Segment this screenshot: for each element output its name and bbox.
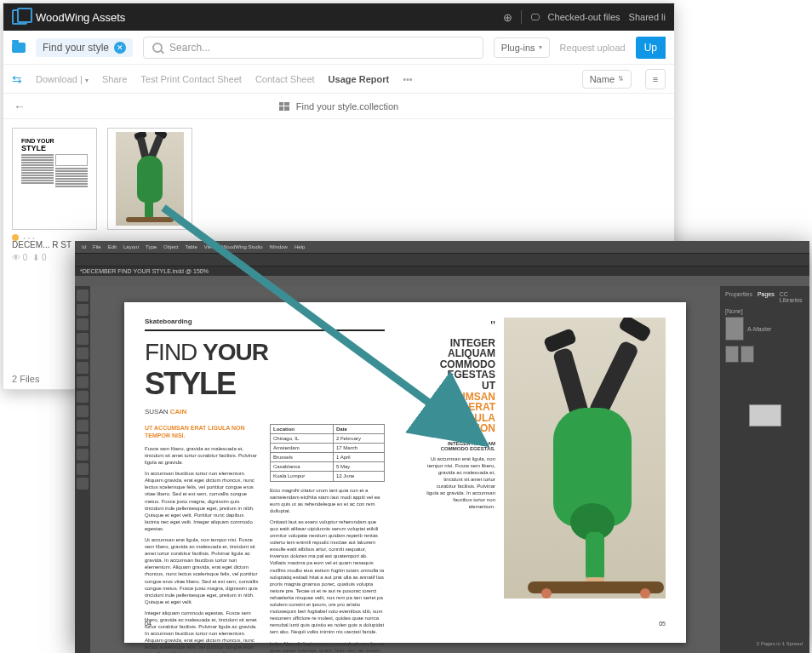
panel-tab[interactable]: CC Libraries: [780, 291, 804, 303]
menu-item[interactable]: Id: [82, 244, 86, 249]
spread: Skateboarding FIND YOUR STYLE SUSAN CAIN…: [124, 302, 686, 643]
ww-searchrow: Find your style ✕ Search... Plug-ins▾ Re…: [3, 31, 674, 65]
menu-item[interactable]: Type: [146, 244, 157, 249]
page-right: " INTEGER ALIQUAM COMMODO EGESTAS UT ACC…: [405, 302, 686, 643]
panel-tab[interactable]: Properties: [725, 291, 752, 303]
author: SUSAN CAIN: [145, 408, 385, 417]
tool-icon[interactable]: [77, 434, 89, 446]
search-input[interactable]: Search...: [143, 37, 483, 59]
section-label: Skateboarding: [145, 318, 385, 331]
body-text: Integer aliquam commodo egestas. Fusce s…: [145, 610, 260, 653]
page-number: 05: [659, 620, 666, 627]
id-menubar: Id File Edit Layout Type Object Table Vi…: [75, 241, 809, 253]
tool-icon[interactable]: [77, 376, 89, 388]
chip-close-icon[interactable]: ✕: [114, 42, 126, 54]
body-text: Ecto magnihi citatur urum iant quia con …: [270, 487, 385, 514]
breadcrumb-chip[interactable]: Find your style ✕: [36, 38, 133, 57]
id-panels: PropertiesPagesCC Libraries [None] A-Mas…: [720, 286, 809, 653]
search-placeholder: Search...: [169, 42, 210, 54]
tool-icon[interactable]: [77, 289, 89, 301]
collection-path: Find your style.collection: [296, 101, 398, 112]
tool-icon[interactable]: [77, 304, 89, 316]
id-toolbar[interactable]: [75, 253, 809, 266]
menu-item[interactable]: Edit: [108, 244, 117, 249]
panel-row[interactable]: [None]: [725, 308, 804, 314]
download-action[interactable]: Download | ▾: [36, 74, 89, 84]
tool-icon[interactable]: [77, 420, 89, 432]
body-text: In accumsan faucibus tortor non elementu…: [145, 470, 260, 532]
download-icon: ⬇ 0: [32, 253, 46, 262]
panel-status: 2 Pages in 1 Spread: [757, 641, 803, 646]
menu-item[interactable]: Table: [185, 244, 197, 249]
small-pullquote: INTEGER ALIQUAM COMMODO EGESTAS.: [426, 441, 495, 452]
eye-icon: 👁 0: [12, 253, 27, 262]
ww-titlebar: WoodWing Assets ⊕ 🖵 Checked-out files Sh…: [3, 3, 674, 31]
plugins-dropdown[interactable]: Plug-ins▾: [494, 37, 550, 58]
filter-icon[interactable]: ⇆: [12, 72, 22, 86]
ww-actionrow: ⇆ Download | ▾ Share Test Print Contact …: [3, 65, 674, 94]
panel-tab[interactable]: Pages: [758, 291, 775, 303]
desktop-icon[interactable]: 🖵: [530, 12, 540, 22]
chip-label: Find your style: [43, 42, 109, 54]
chevron-down-icon: ▾: [539, 43, 542, 51]
contactsheet-action[interactable]: Contact Sheet: [255, 74, 315, 84]
placed-image[interactable]: [504, 318, 666, 599]
menu-item[interactable]: View: [204, 244, 215, 249]
shared-links-link[interactable]: Shared li: [629, 12, 666, 22]
body-text: Labo. Nam dit fugit essequo erestob ab r…: [270, 640, 385, 653]
body-text: Ut accumsan erat ligula, non tempor nisi…: [145, 536, 260, 605]
ww-pathrow: ← Find your style.collection: [3, 94, 674, 119]
schedule-table: LocationDate Chicago, IL2 February Amste…: [270, 424, 385, 482]
tool-icon[interactable]: [77, 391, 89, 403]
tool-icon[interactable]: [77, 362, 89, 374]
woodwing-logo-icon: [12, 9, 27, 25]
more-action[interactable]: •••: [403, 74, 413, 84]
menu-item[interactable]: Layout: [123, 244, 139, 249]
usagereport-action[interactable]: Usage Report: [329, 74, 390, 84]
collection-icon: [279, 102, 289, 111]
tool-icon[interactable]: [77, 478, 89, 490]
panel-row[interactable]: A-Master: [747, 326, 771, 332]
id-ruler: [75, 276, 809, 286]
tool-icon[interactable]: [77, 463, 89, 475]
id-canvas[interactable]: Skateboarding FIND YOUR STYLE SUSAN CAIN…: [90, 286, 720, 653]
view-toggle[interactable]: ≡: [645, 69, 666, 89]
tool-icon[interactable]: [77, 333, 89, 345]
caption-text: Ut accumsan erat ligula, non tempor nisi…: [426, 455, 495, 511]
back-icon[interactable]: ←: [14, 100, 26, 113]
sort-dropdown[interactable]: Name ⇅: [582, 70, 632, 89]
tool-icon[interactable]: [77, 405, 89, 417]
menu-item[interactable]: File: [93, 244, 101, 249]
headline: FIND YOUR STYLE: [145, 336, 385, 404]
id-toolbox: [75, 286, 90, 653]
globe-icon[interactable]: ⊕: [503, 11, 512, 24]
menu-item[interactable]: Help: [294, 244, 305, 249]
id-tab[interactable]: *DECEMBER FIND YOUR STYLE.indd @ 150%: [75, 266, 809, 276]
panel-thumb[interactable]: [749, 404, 781, 427]
upload-button[interactable]: Up: [636, 37, 666, 59]
menu-item[interactable]: WoodWing Studio: [222, 244, 263, 249]
page-number: 04: [145, 620, 152, 627]
pullquote: INTEGER ALIQUAM COMMODO EGESTAS UT ACCUM…: [426, 338, 495, 434]
subhead: UT ACCUMSAN ERAT LIGULA NON TEMPOR NISI.: [145, 424, 260, 440]
tool-icon[interactable]: [77, 449, 89, 461]
brand-title: WoodWing Assets: [36, 11, 125, 24]
request-upload-link[interactable]: Request upload: [560, 43, 626, 53]
menu-item[interactable]: Window: [270, 244, 288, 249]
checked-out-link[interactable]: Checked-out files: [548, 12, 620, 22]
ww-footer-count: 2 Files: [12, 374, 39, 384]
body-text: Fusce sem libero, gravida ac malesuada e…: [145, 445, 260, 466]
page-left: Skateboarding FIND YOUR STYLE SUSAN CAIN…: [124, 302, 405, 643]
body-text: Onitasit laut as exero voluptur reherund…: [270, 518, 385, 636]
share-action[interactable]: Share: [102, 74, 127, 84]
tool-icon[interactable]: [77, 347, 89, 359]
folder-icon[interactable]: [12, 43, 26, 53]
search-icon: [152, 43, 163, 53]
testprint-action[interactable]: Test Print Contact Sheet: [140, 74, 242, 84]
tool-icon[interactable]: [77, 318, 89, 330]
indesign-window: Id File Edit Layout Type Object Table Vi…: [75, 241, 809, 650]
skater-thumb-image: [116, 132, 184, 226]
menu-item[interactable]: Object: [163, 244, 178, 249]
